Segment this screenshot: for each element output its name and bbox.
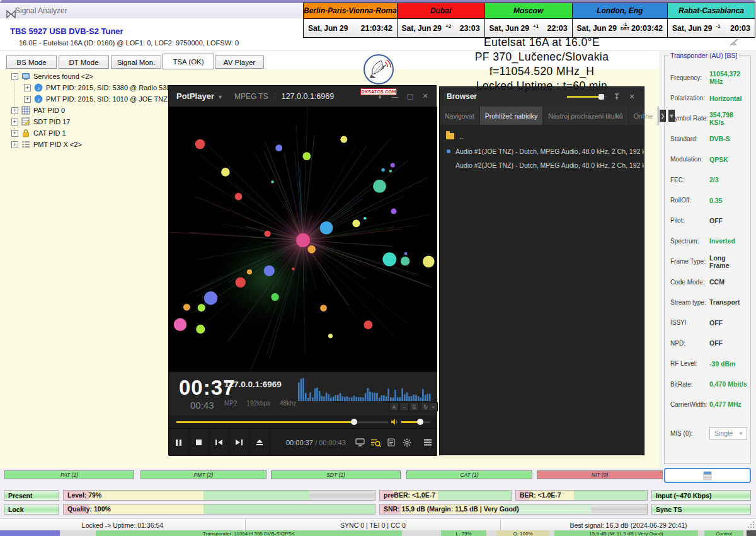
browser-tab-menu-browser[interactable]: Prohlížeč nabídky bbox=[480, 107, 543, 125]
strip-segment bbox=[747, 530, 756, 536]
browser-tab-navigate[interactable]: Navigovat bbox=[440, 107, 480, 125]
playlist-icon[interactable] bbox=[384, 429, 399, 456]
field-label: Code Mode: bbox=[670, 279, 709, 286]
clock-moscow-time: Sat, Jun 29 +1 22:03 bbox=[485, 19, 572, 37]
browser-opacity-slider[interactable] bbox=[567, 96, 607, 98]
field-label: Modulation: bbox=[670, 156, 709, 163]
tab-signal-mon[interactable]: Signal Mon. bbox=[111, 55, 161, 69]
mis-select[interactable]: Single ▼ bbox=[709, 427, 747, 440]
tree-item-sdt[interactable]: + SDT PID 17 bbox=[11, 117, 71, 126]
resize-grip[interactable] bbox=[747, 521, 755, 528]
browser-search-icon[interactable] bbox=[368, 429, 384, 456]
seek-bar[interactable] bbox=[176, 421, 388, 423]
svg-text:♪: ♪ bbox=[37, 85, 40, 91]
field-label: Polarization: bbox=[670, 95, 709, 102]
browser-up-item[interactable]: .. bbox=[440, 130, 644, 143]
field-value: Long Frame bbox=[709, 254, 747, 269]
volume-handle[interactable] bbox=[417, 419, 423, 425]
stop-button[interactable] bbox=[189, 429, 209, 456]
tree-item-pat[interactable]: + PAT PID 0 bbox=[11, 106, 65, 115]
video-area[interactable] bbox=[169, 107, 437, 371]
status-bar: Locked -> Uptime: 01:36:54 SYNC 0 | TEI … bbox=[0, 518, 756, 531]
expand-icon[interactable]: + bbox=[11, 107, 18, 114]
cast-screen-icon[interactable] bbox=[352, 429, 368, 456]
field-value: DVB-S bbox=[709, 135, 730, 143]
svg-text:♪: ♪ bbox=[37, 96, 40, 103]
expand-icon[interactable]: + bbox=[11, 130, 18, 137]
strip-segment: 15,9 dB (M: 11,5 dB | Very Good) bbox=[554, 530, 698, 536]
eject-button[interactable] bbox=[249, 429, 270, 456]
browser-tabs: Navigovat Prohlížeč nabídky Nástroj proc… bbox=[440, 106, 644, 125]
statusbar-uptime: Locked -> Uptime: 01:36:54 bbox=[0, 519, 246, 531]
strip-segment: Q: 100% bbox=[496, 530, 549, 536]
field-value: -39 dBm bbox=[709, 360, 735, 368]
folder-icon bbox=[446, 133, 454, 139]
expand-icon[interactable]: + bbox=[11, 141, 18, 148]
input-rate-indicator: Input (~470 Kbps) bbox=[651, 490, 751, 501]
tab-tsa[interactable]: TSA (OK) bbox=[163, 54, 214, 69]
ab-close-icon[interactable]: × bbox=[428, 402, 438, 411]
tab-dt-mode[interactable]: DT Mode bbox=[59, 55, 109, 69]
lock-indicator: Lock bbox=[4, 504, 59, 515]
expand-icon[interactable]: + bbox=[24, 96, 31, 103]
field-label: BitRate: bbox=[670, 381, 709, 388]
field-label: Spectrum: bbox=[670, 238, 709, 245]
pause-button[interactable] bbox=[169, 429, 189, 456]
tuner-detail: 16.0E - Eutelsat 16A (ID: 0160) @ LOF1: … bbox=[19, 39, 239, 47]
scroll-right-icon[interactable]: ❯ bbox=[660, 110, 666, 122]
potplayer-menu[interactable]: PotPlayer bbox=[176, 91, 214, 101]
preber-bar: preBER: <1.0E-7 bbox=[379, 490, 512, 501]
clock-dubai-header: Dubai bbox=[398, 3, 484, 19]
dropdown-icon[interactable]: ▼ bbox=[668, 110, 675, 122]
osd-time: 00:00:37 / 00:00:43 bbox=[286, 439, 346, 446]
dxsatcs-logo-icon bbox=[364, 54, 394, 84]
signal-muted-icon[interactable] bbox=[728, 37, 740, 47]
mis-label: MIS (0): bbox=[670, 430, 709, 437]
field-value: Inverted bbox=[709, 237, 735, 245]
ab-range-icon[interactable]: ↔ bbox=[399, 402, 409, 411]
field-value: QPSK bbox=[709, 156, 728, 163]
field-value: OFF bbox=[709, 319, 723, 327]
table-icon bbox=[21, 106, 30, 115]
tab-av-player[interactable]: AV Player bbox=[215, 55, 264, 69]
settings-gear-icon[interactable] bbox=[399, 429, 415, 456]
ab-repeat-b-button[interactable]: B bbox=[410, 402, 419, 411]
field-label: CarrierWidth: bbox=[670, 401, 709, 408]
field-label: RollOff: bbox=[670, 197, 709, 204]
chevron-down-icon: ▼ bbox=[738, 431, 743, 436]
tree-item-pmt-x[interactable]: + PMT PID X <2> bbox=[11, 140, 82, 149]
strip-segment: Control bbox=[704, 530, 743, 536]
tree-item-services-root[interactable]: - Services found <2> bbox=[11, 72, 93, 81]
lock-icon bbox=[21, 129, 30, 137]
section-bar-nit: NIT (0) bbox=[537, 470, 663, 479]
strip-segment: L: 79% bbox=[441, 530, 486, 536]
browser-audio-item-2[interactable]: Audio #2(JOE TNZ) - Dutch, MPEG Audio, 4… bbox=[440, 159, 644, 172]
tab-bs-mode[interactable]: BS Mode bbox=[6, 55, 57, 69]
browser-window: Browser ✕ Navigovat Prohlížeč nabídky Ná… bbox=[439, 86, 644, 455]
seek-row bbox=[169, 416, 437, 428]
table-view-button[interactable] bbox=[664, 468, 751, 483]
collapse-icon[interactable]: - bbox=[11, 73, 18, 80]
browser-tab-subtitle-tool[interactable]: Nástroj procházení titulků bbox=[543, 107, 628, 125]
playing-dot-icon bbox=[447, 149, 450, 153]
stream-format-label: MPEG TS bbox=[234, 92, 268, 101]
menu-hamburger-icon[interactable] bbox=[420, 429, 436, 456]
table-edit-icon bbox=[21, 117, 30, 126]
transponder-panel: Transponder (AU) [BS] Frequency:11054,37… bbox=[664, 55, 751, 464]
next-button[interactable] bbox=[229, 429, 249, 456]
volume-bar[interactable] bbox=[401, 421, 430, 423]
browser-audio-item-1[interactable]: Audio #1(JOE TNZ) - Dutch, MPEG Audio, 4… bbox=[440, 145, 644, 158]
expand-icon[interactable]: + bbox=[24, 84, 31, 91]
sync-ts-indicator: Sync TS bbox=[651, 504, 751, 515]
previous-button[interactable] bbox=[209, 429, 229, 456]
ab-repeat-a-button[interactable]: A bbox=[389, 402, 399, 411]
volume-icon[interactable] bbox=[391, 418, 398, 426]
clock-dubai: Dubai Sat, Jun 29 +2 23:03 bbox=[398, 3, 485, 37]
expand-icon[interactable]: + bbox=[11, 119, 18, 125]
clock-moscow: Moscow Sat, Jun 29 +1 22:03 bbox=[485, 3, 573, 37]
browser-tab-online[interactable]: Online bbox=[629, 107, 658, 125]
field-value: Transport bbox=[709, 298, 740, 306]
seek-handle[interactable] bbox=[351, 419, 357, 425]
clock-london-time: Sat, Jun 29 -1DST 20:03:42 bbox=[573, 19, 667, 37]
tree-item-cat[interactable]: + CAT PID 1 bbox=[11, 129, 66, 137]
